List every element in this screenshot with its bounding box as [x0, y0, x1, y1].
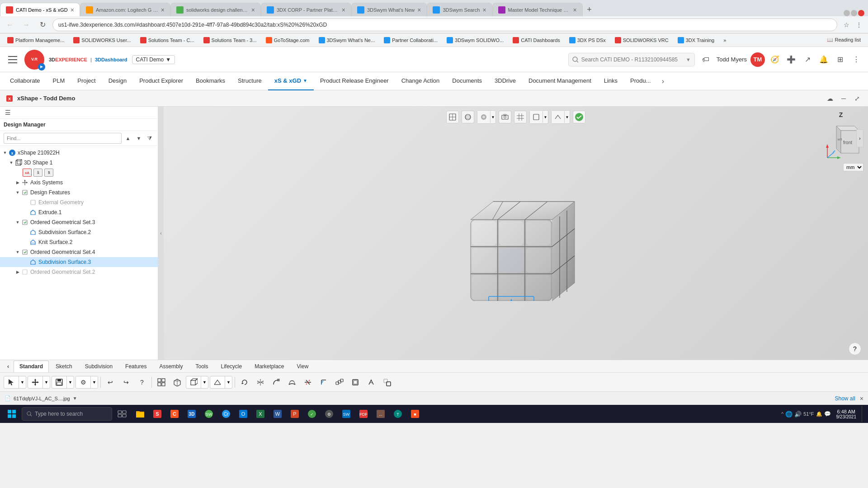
tab-lifecycle[interactable]: Lifecycle — [215, 361, 248, 372]
tab-close-4[interactable]: × — [417, 6, 421, 14]
taskbar-app-11[interactable]: T — [390, 406, 406, 422]
taskbar-outlook[interactable]: O — [235, 406, 251, 422]
vp-camera-icon[interactable] — [499, 111, 511, 123]
rotate-button[interactable] — [237, 375, 252, 389]
move-dropdown[interactable]: ▼ — [42, 376, 50, 389]
tree-item-axis[interactable]: ▶ Axis Systems — [0, 178, 158, 188]
tree-item-3dshape[interactable]: ▼ 3D Shape 1 — [0, 158, 158, 168]
tree-expand-design-features[interactable]: ▼ — [14, 189, 21, 196]
tree-expand-xshape[interactable]: ▼ — [2, 150, 8, 156]
select-button[interactable] — [4, 376, 19, 388]
taskview-button[interactable] — [114, 406, 130, 422]
nav-more-button[interactable]: › — [657, 72, 669, 90]
nav-product-release[interactable]: Product Release Engineer — [314, 72, 395, 90]
sound-icon[interactable]: 🔊 — [794, 411, 802, 418]
more-icon[interactable]: ⋮ — [850, 53, 863, 66]
tree-item-ext-geom[interactable]: External Geometry — [0, 197, 158, 207]
tree-item-ogs4[interactable]: ▼ Ordered Geometrical Set.4 — [0, 247, 158, 257]
status-close-button[interactable]: × — [860, 395, 863, 402]
vp-view2-icon[interactable] — [552, 111, 564, 123]
tab-1[interactable]: Amazon.com: Logitech G Extr... × — [80, 3, 170, 16]
nav-plm[interactable]: PLM — [47, 72, 71, 90]
user-avatar[interactable]: TM — [750, 52, 765, 67]
bookmark-solutions-c[interactable]: Solutions Team - C... — [137, 36, 198, 44]
taskbar-clock[interactable]: 6:48 AM 9/23/2021 — [833, 409, 860, 419]
tray-expand[interactable]: ^ — [781, 411, 783, 417]
icon-xb[interactable]: x̄ — [33, 169, 42, 177]
mirror-button[interactable] — [253, 375, 268, 389]
taskbar-app-6[interactable]: ✓ — [304, 406, 320, 422]
nav-project[interactable]: Project — [71, 72, 102, 90]
cube-button[interactable] — [186, 376, 201, 388]
vp-sphere-icon[interactable] — [462, 111, 474, 123]
tab-active[interactable]: CATI Demo - xS & xGD × — [0, 3, 80, 16]
nav-bookmarks[interactable]: Bookmarks — [189, 72, 231, 90]
viewport-collapse-button[interactable]: › — [856, 129, 863, 147]
bookmark-sw-vrc[interactable]: SOLIDWORKS VRC — [611, 36, 672, 44]
nav-documents[interactable]: Documents — [446, 72, 488, 90]
tree-expand-3dshape[interactable]: ▼ — [8, 160, 14, 166]
find-input[interactable] — [4, 133, 122, 144]
vp-display-dropdown[interactable]: ▼ — [542, 111, 548, 123]
tab-close-6[interactable]: × — [573, 6, 576, 14]
search-input[interactable] — [581, 56, 683, 63]
taskbar-word[interactable]: W — [269, 406, 286, 422]
hamburger-menu[interactable] — [5, 52, 20, 67]
expand-icon[interactable]: ⤢ — [852, 93, 863, 104]
tree-item-subdiv3[interactable]: Subdivision Surface.3 — [0, 257, 158, 267]
vp-display-icon[interactable] — [530, 111, 542, 123]
nav-product-explorer[interactable]: Product Explorer — [133, 72, 189, 90]
tree-expand-ogs2[interactable]: ▶ — [14, 269, 21, 275]
bookmark-star-icon[interactable]: ☆ — [841, 19, 852, 30]
minimize-icon[interactable]: ─ — [838, 93, 849, 104]
tab-6[interactable]: Master Model Technique with x... × — [492, 3, 583, 16]
tab-view[interactable]: View — [291, 361, 315, 372]
taskbar-app-1[interactable]: S — [149, 406, 165, 422]
nav-3ddrive[interactable]: 3DDrive — [488, 72, 522, 90]
vp-check-icon[interactable] — [573, 111, 585, 123]
filter-button[interactable]: ⧩ — [145, 134, 154, 143]
tab-5[interactable]: 3DSwym Search × — [427, 3, 492, 16]
taskbar-powerpoint[interactable]: P — [287, 406, 303, 422]
tree-item-ogs2[interactable]: ▶ Ordered Geometrical Set.2 — [0, 267, 158, 277]
taskbar-app-8[interactable]: SW — [338, 406, 354, 422]
network-icon[interactable]: 🌐 — [785, 411, 793, 418]
tab-close-1[interactable]: × — [161, 6, 165, 14]
redo-button[interactable]: ↪ — [119, 375, 133, 389]
tab-3[interactable]: 3DX CORP - Partner Platform × — [261, 3, 351, 16]
taskbar-app-3[interactable]: 3D — [184, 406, 200, 422]
nav-collaborate[interactable]: Collaborate — [4, 72, 47, 90]
show-desktop-button[interactable] — [862, 406, 864, 422]
taskbar-app-2[interactable]: C — [166, 406, 183, 422]
find-down-button[interactable]: ▼ — [134, 134, 143, 143]
grid-button[interactable] — [154, 375, 169, 389]
global-search[interactable]: ▼ — [568, 53, 695, 66]
compass-icon[interactable]: 🧭 — [769, 53, 781, 66]
bookmark-more[interactable]: » — [720, 37, 730, 44]
tab-features[interactable]: Features — [119, 361, 152, 372]
vp-grid-icon[interactable] — [514, 111, 527, 123]
shell-button[interactable] — [348, 375, 363, 389]
nav-produ[interactable]: Produ... — [624, 72, 657, 90]
3d-box-button[interactable] — [170, 375, 184, 389]
scale-button[interactable] — [380, 375, 394, 389]
taskbar-search[interactable]: Type here to search — [22, 407, 112, 421]
notification-bell[interactable]: 🔔 — [816, 411, 822, 417]
nav-structure[interactable]: Structure — [231, 72, 268, 90]
tree-expand-axis[interactable]: ▶ — [14, 179, 21, 186]
vp-render-icon[interactable] — [477, 111, 490, 123]
browser-settings-icon[interactable]: ⋮ — [854, 19, 864, 30]
tab-sketch[interactable]: Sketch — [50, 361, 78, 372]
tab-tools[interactable]: Tools — [189, 361, 214, 372]
tree-item-extrude[interactable]: Extrude.1 — [0, 207, 158, 217]
tab-close-3[interactable]: × — [342, 6, 345, 14]
tab-subdivision[interactable]: Subdivision — [79, 361, 118, 372]
tree-item-subdiv2[interactable]: Subdivision Surface.2 — [0, 227, 158, 237]
icon-xa[interactable]: xA — [23, 169, 32, 177]
tree-expand-ogs4[interactable]: ▼ — [14, 249, 21, 255]
select-dropdown[interactable]: ▼ — [19, 376, 26, 389]
vp-view-icon[interactable] — [446, 111, 459, 123]
settings-dropdown[interactable]: ▼ — [90, 376, 98, 389]
tab-standard[interactable]: Standard — [14, 361, 49, 372]
cube-dropdown[interactable]: ▼ — [201, 376, 208, 389]
